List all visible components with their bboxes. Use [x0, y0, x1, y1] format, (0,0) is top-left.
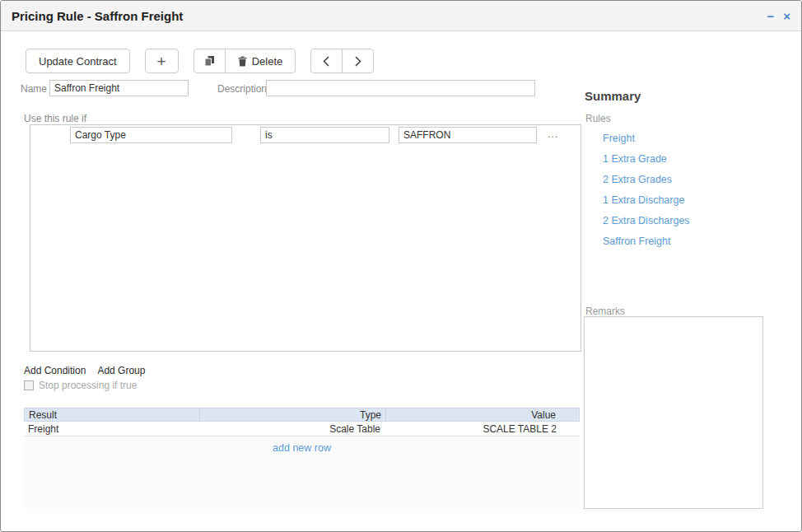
- condition-operator-input[interactable]: [260, 127, 389, 143]
- description-label: Description: [217, 83, 267, 95]
- description-input[interactable]: [266, 80, 535, 96]
- results-row[interactable]: Freight Scale Table SCALE TABLE 2: [24, 422, 580, 436]
- condition-panel: ...: [30, 124, 581, 352]
- results-header-value: Value: [385, 409, 579, 421]
- close-icon[interactable]: ×: [783, 10, 790, 22]
- chevron-right-icon: [354, 56, 361, 67]
- use-this-rule-if-label: Use this rule if: [24, 113, 86, 124]
- rules-list: Freight 1 Extra Grade 2 Extra Grades 1 E…: [603, 133, 690, 256]
- name-label: Name: [21, 83, 47, 95]
- results-header-type: Type: [199, 409, 385, 421]
- toolbar: Update Contract + Delete: [26, 49, 374, 73]
- stop-processing-row: Stop processing if true: [24, 380, 137, 391]
- trash-icon: [238, 56, 247, 67]
- prev-button[interactable]: [310, 49, 343, 73]
- rule-link-1-extra-grade[interactable]: 1 Extra Grade: [603, 153, 690, 165]
- type-cell: Scale Table: [198, 423, 385, 435]
- results-header-row: Result Type Value: [24, 408, 580, 422]
- rule-link-2-extra-grades[interactable]: 2 Extra Grades: [603, 174, 690, 185]
- rule-link-2-extra-discharges[interactable]: 2 Extra Discharges: [603, 215, 690, 226]
- copy-delete-group: Delete: [194, 49, 296, 73]
- next-button[interactable]: [342, 49, 374, 73]
- remarks-label: Remarks: [585, 306, 625, 317]
- plus-icon: +: [157, 54, 166, 69]
- pricing-rule-window: Pricing Rule - Saffron Freight − × Updat…: [0, 0, 802, 532]
- result-cell: Freight: [24, 423, 198, 435]
- name-input[interactable]: [49, 80, 189, 96]
- stop-processing-label: Stop processing if true: [39, 380, 137, 391]
- condition-field-input[interactable]: [70, 127, 232, 143]
- value-cell: SCALE TABLE 2: [385, 423, 580, 435]
- add-group-link[interactable]: Add Group: [97, 365, 145, 376]
- condition-more-button[interactable]: ...: [548, 128, 558, 140]
- add-condition-link[interactable]: Add Condition: [24, 365, 86, 376]
- chevron-left-icon: [323, 56, 330, 67]
- remarks-textarea[interactable]: [584, 316, 763, 509]
- results-header-result: Result: [25, 409, 199, 421]
- copy-button[interactable]: [194, 49, 226, 73]
- add-button[interactable]: +: [145, 49, 179, 73]
- condition-actions: Add Condition Add Group: [24, 365, 145, 376]
- copy-icon: [204, 55, 215, 67]
- rule-link-1-extra-discharge[interactable]: 1 Extra Discharge: [603, 194, 690, 206]
- add-new-row-link[interactable]: add new row: [24, 436, 580, 454]
- results-table: Result Type Value Freight Scale Table SC…: [24, 408, 580, 508]
- rule-link-freight[interactable]: Freight: [603, 133, 690, 144]
- rules-label: Rules: [585, 113, 611, 124]
- delete-button[interactable]: Delete: [225, 49, 296, 73]
- window-title: Pricing Rule - Saffron Freight: [12, 9, 758, 23]
- condition-value-input[interactable]: [399, 127, 537, 143]
- rule-link-saffron-freight[interactable]: Saffron Freight: [603, 236, 690, 247]
- minimize-icon[interactable]: −: [767, 10, 774, 22]
- titlebar: Pricing Rule - Saffron Freight − ×: [1, 1, 801, 31]
- summary-title: Summary: [585, 89, 641, 103]
- nav-group: [310, 49, 374, 73]
- update-contract-button[interactable]: Update Contract: [26, 49, 130, 73]
- delete-label: Delete: [252, 55, 283, 68]
- stop-processing-checkbox[interactable]: [24, 380, 34, 390]
